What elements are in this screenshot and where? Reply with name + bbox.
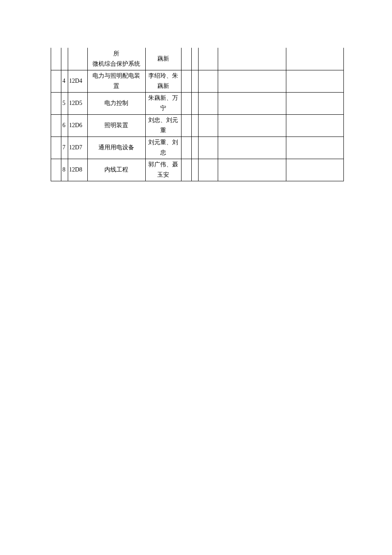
blank-col [198, 48, 218, 70]
row-name-line2: 置 [88, 81, 145, 91]
row-index: 6 [61, 114, 68, 137]
blank-col [192, 48, 199, 70]
row-name: 电力控制 [88, 92, 145, 114]
blank-col-a [51, 114, 61, 137]
row-name-line2: 微机综合保护系统 [88, 59, 145, 69]
row-name: 通用用电设备 [88, 137, 145, 159]
blank-col [218, 114, 286, 137]
row-code: 12D7 [68, 137, 88, 159]
blank-col [181, 137, 191, 159]
row-code [68, 48, 88, 70]
blank-col [286, 114, 343, 137]
table-row: 412D4电力与照明配电装置李绍玲、朱藕新 [51, 70, 344, 92]
blank-col [192, 92, 199, 114]
blank-col [198, 137, 218, 159]
blank-col [218, 48, 286, 70]
row-people: 郭广伟、聂玉安 [145, 159, 181, 181]
blank-col-a [51, 137, 61, 159]
blank-col-a [51, 92, 61, 114]
blank-col-a [51, 159, 61, 181]
row-name: 电力与照明配电装置 [88, 70, 145, 92]
row-name-line1: 所 [88, 49, 145, 59]
blank-col [218, 159, 286, 181]
row-index: 7 [61, 137, 68, 159]
row-people: 刘忠、刘元重 [145, 114, 181, 137]
row-name-line1: 电力控制 [88, 98, 145, 108]
row-name-line1: 电力与照明配电装 [88, 71, 145, 81]
row-code: 12D4 [68, 70, 88, 92]
row-people: 藕新 [145, 48, 181, 70]
blank-col [181, 159, 191, 181]
row-code: 12D8 [68, 159, 88, 181]
row-code: 12D6 [68, 114, 88, 137]
blank-col [181, 92, 191, 114]
blank-col [286, 137, 343, 159]
blank-col [181, 48, 191, 70]
row-index: 4 [61, 70, 68, 92]
blank-col [192, 137, 199, 159]
table-row: 所微机综合保护系统藕新 [51, 48, 344, 70]
blank-col [218, 92, 286, 114]
blank-col [198, 159, 218, 181]
table-row: 612D6照明装置刘忠、刘元重 [51, 114, 344, 137]
blank-col [181, 70, 191, 92]
table-row: 812D8内线工程郭广伟、聂玉安 [51, 159, 344, 181]
row-index: 8 [61, 159, 68, 181]
row-index: 5 [61, 92, 68, 114]
blank-col [286, 92, 343, 114]
row-name: 内线工程 [88, 159, 145, 181]
table-row: 512D5电力控制朱藕新、万宁 [51, 92, 344, 114]
row-name-line1: 内线工程 [88, 165, 145, 175]
blank-col [286, 159, 343, 181]
row-index [61, 48, 68, 70]
blank-col [198, 92, 218, 114]
blank-col [218, 137, 286, 159]
row-people: 李绍玲、朱藕新 [145, 70, 181, 92]
blank-col-a [51, 70, 61, 92]
row-name-line1: 通用用电设备 [88, 142, 145, 153]
row-name: 所微机综合保护系统 [88, 48, 145, 70]
row-name: 照明装置 [88, 114, 145, 137]
row-name-line1: 照明装置 [88, 120, 145, 131]
blank-col [198, 114, 218, 137]
data-table: 所微机综合保护系统藕新412D4电力与照明配电装置李绍玲、朱藕新512D5电力控… [51, 48, 344, 181]
blank-col [192, 159, 199, 181]
row-people: 朱藕新、万宁 [145, 92, 181, 114]
blank-col [192, 70, 199, 92]
row-people: 刘元重、刘忠 [145, 137, 181, 159]
blank-col [181, 114, 191, 137]
blank-col [218, 70, 286, 92]
blank-col [192, 114, 199, 137]
blank-col [286, 48, 343, 70]
blank-col [286, 70, 343, 92]
table-row: 712D7通用用电设备刘元重、刘忠 [51, 137, 344, 159]
blank-col-a [51, 48, 61, 70]
blank-col [198, 70, 218, 92]
row-code: 12D5 [68, 92, 88, 114]
